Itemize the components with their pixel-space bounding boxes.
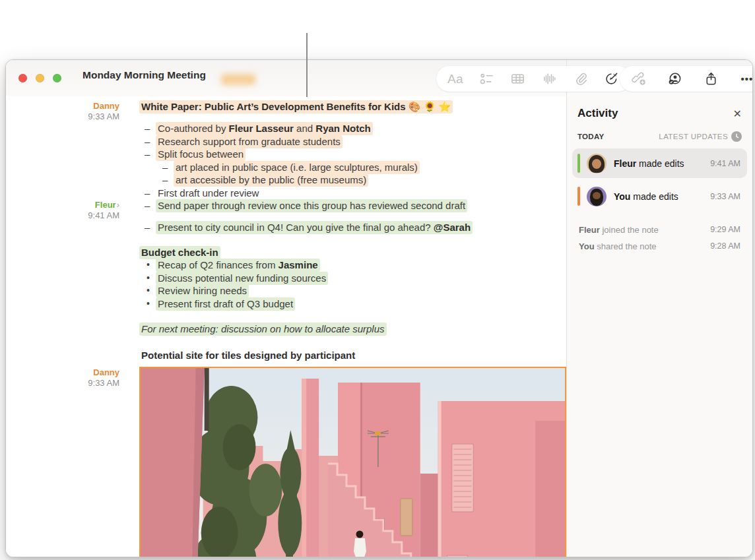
more-button[interactable]: ••• — [739, 71, 753, 88]
note-block: Danny9:33 AM — [6, 367, 566, 557]
note-line[interactable]: Potential site for tiles designed by par… — [139, 349, 566, 362]
callout-line — [306, 33, 308, 97]
author-margin: Danny9:33 AM — [6, 367, 139, 557]
audio-button[interactable] — [541, 71, 558, 88]
traffic-lights — [18, 74, 61, 82]
ellipsis-icon: ••• — [741, 73, 753, 84]
note-line[interactable]: Budget check-in — [139, 246, 566, 259]
author-margin — [6, 310, 139, 323]
author-margin — [6, 297, 139, 311]
author-name: Danny — [6, 367, 119, 378]
add-link-button[interactable] — [630, 71, 647, 88]
note-line[interactable]: –Split focus between — [139, 148, 566, 161]
figure-background: Monday Morning Meeting Aa — [0, 0, 755, 560]
edit-color-bar — [577, 187, 580, 206]
note-line[interactable]: –Send paper through review once this gro… — [139, 199, 566, 212]
notes-window: Monday Morning Meeting Aa — [5, 59, 753, 557]
note-editor[interactable]: Danny9:33 AMWhite Paper: Public Art’s De… — [6, 96, 566, 557]
activity-event-row[interactable]: Fleur made edits9:41 AM — [572, 148, 747, 178]
format-button[interactable]: Aa — [447, 71, 464, 88]
avatar — [587, 187, 607, 206]
note-line[interactable]: •Review hiring needs — [139, 284, 566, 297]
author-margin — [6, 246, 139, 259]
note-block — [6, 361, 566, 367]
share-icon — [704, 71, 719, 86]
list-bullet: – — [145, 187, 150, 200]
table-button[interactable] — [509, 71, 527, 88]
note-line[interactable]: –Research support from graduate students — [139, 135, 566, 148]
paperclip-icon — [573, 71, 588, 86]
add-link-icon — [632, 71, 647, 86]
note-block: •Discuss potential new funding sources — [6, 272, 566, 285]
list-bullet: – — [145, 221, 150, 234]
note-line[interactable]: For next meeting: discussion on how to a… — [139, 323, 566, 336]
note-block: –art accessible by the public (free muse… — [6, 173, 566, 187]
list-bullet: – — [162, 161, 168, 174]
author-margin — [6, 161, 139, 174]
note-title: Monday Morning Meeting — [82, 69, 206, 81]
clock-icon — [731, 131, 742, 142]
chevron-right-icon[interactable]: › — [117, 200, 119, 210]
writing-tools-button[interactable] — [603, 71, 620, 88]
note-line[interactable]: –art placed in public space (i.e. large … — [139, 161, 566, 174]
checklist-icon — [479, 71, 494, 86]
note-block: –First draft under review — [6, 187, 566, 200]
note-line[interactable]: –First draft under review — [139, 187, 566, 200]
note-block: –Co-authored by Fleur Lasseur and Ryan N… — [6, 122, 566, 135]
list-bullet: – — [145, 199, 150, 212]
activity-log-row: You shared the note9:28 AM — [572, 241, 747, 251]
note-line[interactable]: •Discuss potential new funding sources — [139, 272, 566, 285]
attach-button[interactable] — [572, 71, 589, 88]
author-margin — [6, 259, 139, 272]
note-photo[interactable] — [139, 367, 566, 557]
list-bullet: – — [145, 135, 150, 148]
log-text: Fleur joined the note — [579, 225, 659, 235]
latest-updates-button[interactable]: LATEST UPDATES — [659, 131, 742, 142]
list-bullet: • — [147, 259, 150, 272]
activity-event-row[interactable]: You made edits9:33 AM — [572, 181, 747, 211]
note-block: •Present first draft of Q3 budget — [6, 297, 566, 311]
latest-updates-label: LATEST UPDATES — [659, 133, 728, 140]
note-line[interactable]: White Paper: Public Art’s Development Be… — [139, 100, 566, 113]
minimize-button[interactable] — [36, 74, 44, 82]
event-text: You made edits — [614, 191, 705, 202]
activity-log-row: Fleur joined the note9:29 AM — [572, 225, 747, 234]
author-margin — [6, 336, 139, 349]
author-margin — [6, 187, 139, 200]
note-line[interactable]: –Co-authored by Fleur Lasseur and Ryan N… — [139, 122, 566, 135]
author-stamp: Danny9:33 AM — [6, 101, 119, 122]
collaboration-button[interactable] — [667, 71, 684, 88]
manage-collaboration-icon — [667, 71, 682, 86]
note-line[interactable]: •Present first draft of Q3 budget — [139, 297, 566, 311]
note-block: Potential site for tiles designed by par… — [6, 349, 566, 362]
note-block: –Present to city council in Q4! Can you … — [6, 221, 566, 234]
list-bullet: • — [147, 297, 150, 311]
note-line[interactable]: •Recap of Q2 finances from Jasmine — [139, 259, 566, 272]
event-time: 9:33 AM — [710, 192, 740, 201]
author-name: Danny — [6, 101, 119, 111]
close-icon[interactable]: ✕ — [733, 108, 742, 120]
author-margin — [6, 148, 139, 161]
note-line[interactable]: –art accessible by the public (free muse… — [139, 173, 566, 187]
author-margin — [6, 284, 139, 297]
share-button[interactable] — [702, 71, 719, 88]
activity-panel: Activity ✕ TODAY LATEST UPDATES Fleur ma… — [567, 96, 752, 557]
share-toolbar-group: ••• — [620, 66, 753, 92]
note-line[interactable]: –Present to city council in Q4! Can you … — [139, 221, 566, 234]
author-stamp: Fleur›9:41 AM — [6, 200, 119, 221]
note-block: •Recap of Q2 finances from Jasmine — [6, 259, 566, 272]
author-margin — [6, 234, 139, 246]
log-time: 9:28 AM — [710, 241, 740, 251]
checklist-button[interactable] — [478, 71, 495, 88]
note-block: Danny9:33 AMWhite Paper: Public Art’s De… — [6, 100, 566, 122]
author-time: 9:41 AM — [6, 210, 119, 221]
muralla-roja-photo — [141, 368, 565, 557]
author-time: 9:33 AM — [6, 378, 119, 389]
log-time: 9:29 AM — [710, 225, 740, 234]
event-time: 9:41 AM — [710, 159, 740, 168]
zoom-button[interactable] — [53, 74, 61, 82]
close-button[interactable] — [18, 74, 27, 82]
note-block — [6, 234, 566, 246]
author-margin — [6, 349, 139, 362]
author-time: 9:33 AM — [6, 111, 119, 122]
